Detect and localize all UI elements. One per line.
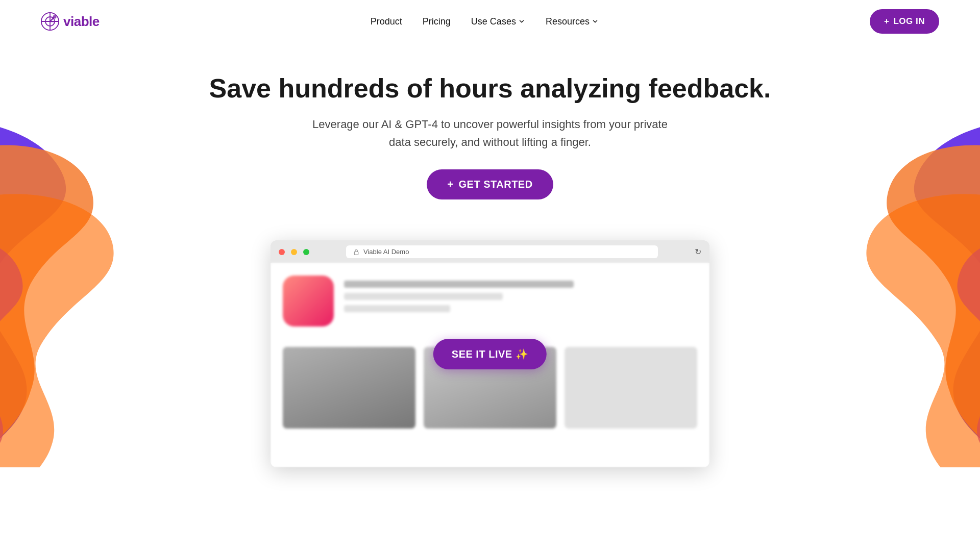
demo-top-row — [283, 276, 697, 327]
chevron-down-icon-resources — [592, 18, 599, 25]
nav-resources[interactable]: Resources — [546, 16, 599, 27]
svg-point-4 — [53, 15, 56, 18]
lock-icon — [353, 249, 359, 255]
plus-icon: + — [884, 16, 889, 27]
demo-line-3 — [344, 305, 450, 312]
browser-addressbar[interactable]: Viable AI Demo — [346, 245, 658, 258]
browser-dot-red — [279, 249, 285, 255]
demo-card-img-1 — [283, 347, 415, 429]
browser-dot-yellow — [291, 249, 297, 255]
hero-section: Save hundreds of hours analyzing feedbac… — [0, 43, 980, 220]
nav-links: Product Pricing Use Cases Resources — [371, 16, 599, 27]
see-it-live-wrapper: SEE IT LIVE ✨ — [433, 339, 547, 369]
browser-titlebar: Viable AI Demo ↻ — [271, 240, 709, 263]
logo-text: viable — [63, 14, 100, 30]
browser-refresh-icon[interactable]: ↻ — [695, 247, 701, 257]
demo-card-3 — [565, 347, 697, 429]
demo-app-icon — [283, 276, 334, 327]
hero-headline: Save hundreds of hours analyzing feedbac… — [10, 73, 970, 104]
nav-product[interactable]: Product — [371, 16, 402, 27]
browser-dot-green — [303, 249, 309, 255]
nav-pricing[interactable]: Pricing — [423, 16, 451, 27]
svg-rect-5 — [354, 252, 358, 255]
demo-card-img-3 — [565, 347, 697, 429]
demo-card-1 — [283, 347, 415, 429]
chevron-down-icon — [518, 18, 525, 25]
hero-subheadline: Leverage our AI & GPT-4 to uncover power… — [311, 115, 669, 151]
see-it-live-button[interactable]: SEE IT LIVE ✨ — [433, 339, 547, 369]
navbar: viable Product Pricing Use Cases Resourc… — [0, 0, 980, 43]
plus-icon-cta: + — [447, 179, 453, 190]
logo-icon — [41, 12, 59, 31]
browser-mockup: Viable AI Demo ↻ — [271, 240, 709, 467]
get-started-button[interactable]: + GET STARTED — [427, 169, 553, 199]
nav-use-cases[interactable]: Use Cases — [471, 16, 525, 27]
logo-link[interactable]: viable — [41, 12, 100, 31]
login-button[interactable]: + LOG IN — [870, 9, 939, 34]
demo-text-lines — [344, 276, 697, 312]
demo-line-2 — [344, 293, 503, 300]
demo-line-1 — [344, 281, 574, 288]
